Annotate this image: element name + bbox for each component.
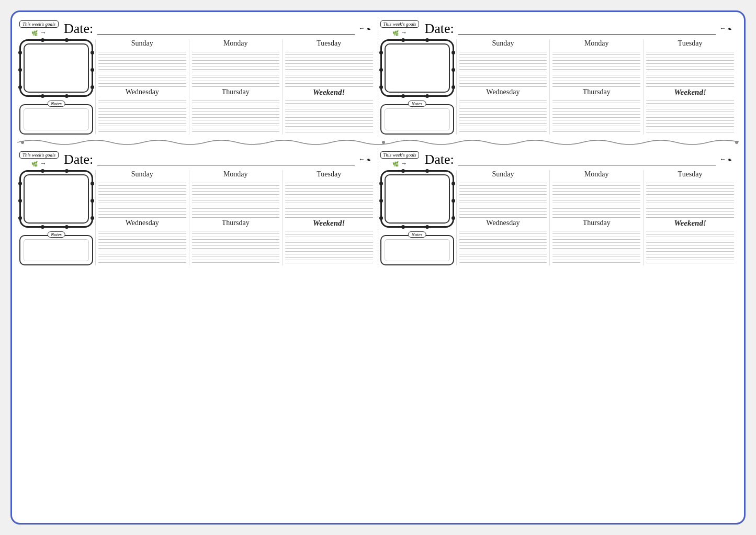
week-block-1: This week's goals 🌿 → Date: ← ❧: [17, 17, 378, 137]
week-block-2: This week's goals 🌿 → Date: ← ❧: [378, 17, 739, 137]
weekend-header-1: Weekend!: [285, 86, 373, 98]
date-label-3: Date:: [64, 152, 93, 168]
leaf-left-icon-4: 🌿: [392, 161, 400, 166]
leaf-right-icon-4: ❧: [727, 157, 737, 163]
thursday-header-3: Thursday: [192, 217, 280, 228]
tuesday-header-2: Tuesday: [646, 39, 734, 48]
wednesday-header-4: Wednesday: [459, 217, 547, 228]
svg-text:❧: ❧: [366, 26, 371, 32]
wednesday-header-3: Wednesday: [98, 217, 186, 228]
thursday-header-1: Thursday: [192, 86, 280, 97]
weekend-header-2: Weekend!: [646, 86, 734, 98]
leaf-left-icon-3: 🌿: [31, 161, 39, 166]
notes-label-4: Notes: [408, 231, 426, 238]
goals-box-4: [380, 170, 454, 228]
monday-header-4: Monday: [552, 170, 640, 179]
monday-header-1: Monday: [192, 39, 280, 48]
goals-box-2: [380, 39, 454, 97]
svg-text:🌿: 🌿: [392, 30, 399, 36]
svg-point-4: [21, 141, 24, 144]
svg-text:❧: ❧: [727, 26, 732, 32]
svg-text:🌿: 🌿: [392, 161, 399, 166]
weekend-header-4: Weekend!: [646, 217, 734, 229]
sunday-header-1: Sunday: [98, 39, 186, 48]
wednesday-header-1: Wednesday: [98, 86, 186, 97]
row-separator: [17, 137, 739, 148]
goals-label-2: This week's goals: [380, 20, 420, 28]
leaf-right-icon-3: ❧: [366, 157, 376, 163]
notes-label-1: Notes: [47, 101, 65, 107]
svg-point-6: [735, 141, 738, 144]
svg-point-5: [382, 141, 385, 144]
tuesday-header-3: Tuesday: [285, 170, 373, 179]
planner-page: This week's goals 🌿 → Date: ← ❧: [10, 10, 746, 525]
svg-text:🌿: 🌿: [31, 161, 38, 166]
notes-label-2: Notes: [408, 101, 426, 107]
svg-text:🌿: 🌿: [31, 30, 38, 36]
monday-header-2: Monday: [552, 39, 640, 48]
week-block-3: This week's goals 🌿 → Date: ← ❧: [17, 148, 378, 268]
tuesday-header-4: Tuesday: [646, 170, 734, 179]
sunday-header-3: Sunday: [98, 170, 186, 179]
week-block-4: This week's goals 🌿 → Date: ← ❧: [378, 148, 739, 268]
goals-label-1: This week's goals: [19, 20, 59, 28]
monday-header-3: Monday: [192, 170, 280, 179]
svg-text:❧: ❧: [727, 157, 732, 163]
goals-label-3: This week's goals: [19, 151, 59, 159]
notes-box-2: Notes: [380, 104, 454, 135]
thursday-header-2: Thursday: [552, 86, 640, 97]
date-label-4: Date:: [424, 152, 454, 168]
notes-box-4: Notes: [380, 235, 454, 265]
notes-box-3: Notes: [19, 235, 93, 265]
date-label-2: Date:: [424, 21, 454, 37]
sunday-header-4: Sunday: [459, 170, 547, 179]
thursday-header-4: Thursday: [552, 217, 640, 228]
leaf-right-icon-1: ❧: [366, 26, 376, 32]
sunday-header-2: Sunday: [459, 39, 547, 48]
date-label-1: Date:: [64, 21, 93, 37]
weekend-header-3: Weekend!: [285, 217, 373, 229]
wavy-divider-icon: [17, 137, 739, 148]
notes-label-3: Notes: [47, 231, 65, 238]
svg-text:❧: ❧: [366, 157, 371, 163]
wednesday-lines-1: [98, 97, 186, 135]
tuesday-header-1: Tuesday: [285, 39, 373, 48]
goals-box-1: [19, 39, 93, 97]
leaf-left-icon: 🌿: [31, 30, 39, 36]
notes-box-1: Notes: [19, 104, 93, 135]
sunday-lines-1: [98, 49, 186, 86]
leaf-right-icon-2: ❧: [727, 26, 737, 32]
goals-box-3: [19, 170, 93, 228]
goals-label-4: This week's goals: [380, 151, 420, 159]
wednesday-header-2: Wednesday: [459, 86, 547, 97]
leaf-left-icon-2: 🌿: [392, 30, 400, 36]
